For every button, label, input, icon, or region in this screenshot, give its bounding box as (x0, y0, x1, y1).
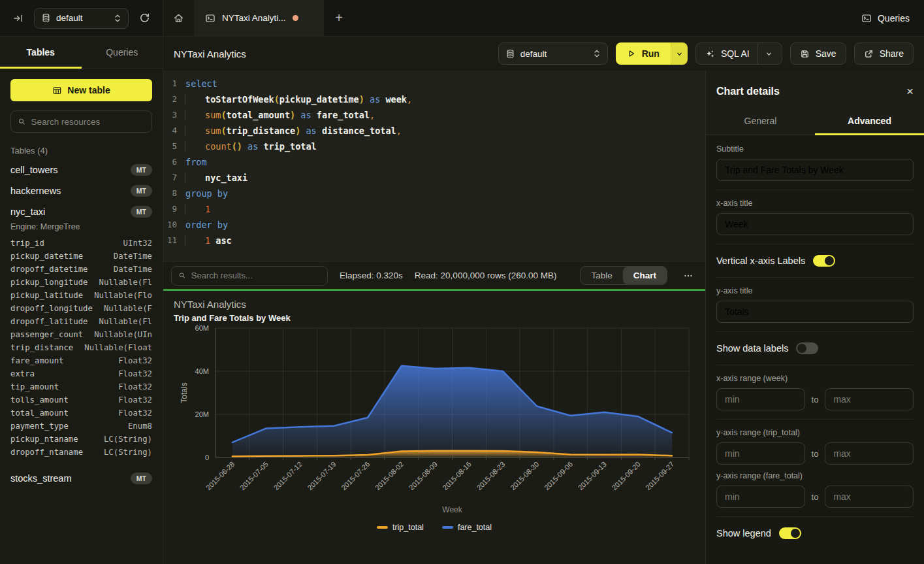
new-table-button[interactable]: New table (10, 79, 152, 101)
svg-text:2015-08-16: 2015-08-16 (441, 460, 473, 491)
engine-info: Engine: MergeTree (0, 222, 163, 235)
sql-editor[interactable]: 1select2toStartOfWeek(pickup_datetime) a… (163, 71, 705, 261)
tab-nytaxi-analytics[interactable]: NYTaxi Analyti... (195, 0, 324, 36)
column-row: payment_typeEnum8 (10, 420, 152, 433)
column-row: fare_amountFloat32 (10, 354, 152, 367)
sidebar-item-hackernews[interactable]: hackernews MT (0, 180, 163, 201)
tables-count-header: Tables (4) (10, 146, 152, 156)
editor-line[interactable]: 111 asc (163, 233, 705, 248)
xaxis-range-label: x-axis range (week) (716, 374, 914, 383)
chart-details-panel: Chart details × General Advanced Subtitl… (705, 71, 924, 564)
share-icon (864, 49, 874, 59)
refresh-button[interactable] (135, 9, 153, 27)
svg-text:60M: 60M (195, 324, 209, 332)
collapse-sidebar-icon (13, 13, 24, 24)
sidebar-search-input[interactable] (31, 117, 145, 127)
share-button[interactable]: Share (854, 42, 914, 65)
database-selector-toolbar[interactable]: default (498, 42, 608, 65)
xaxis-range-max-input[interactable] (825, 388, 914, 410)
queries-button-label: Queries (878, 13, 910, 24)
new-tab-button[interactable]: + (324, 0, 354, 36)
queries-terminal-icon (861, 13, 872, 24)
sort-chevrons-icon (114, 14, 121, 23)
editor-line[interactable]: 6from (163, 154, 705, 170)
xaxis-range-min-input[interactable] (716, 388, 805, 410)
yaxis-title-input[interactable] (716, 301, 914, 323)
run-button-group: Run (616, 42, 688, 65)
sidebar-tab-tables[interactable]: Tables (0, 37, 82, 68)
database-icon (41, 13, 51, 23)
yaxis-range-fare-max-input[interactable] (825, 486, 914, 508)
view-table-button[interactable]: Table (581, 267, 622, 284)
sidebar-item-nyc-taxi[interactable]: nyc_taxi MT (0, 201, 163, 222)
search-icon (18, 117, 26, 126)
panel-tabs: General Advanced (706, 107, 924, 135)
editor-line[interactable]: 7nyc_taxi (163, 170, 705, 186)
run-button[interactable]: Run (616, 42, 671, 65)
sql-ai-options-button[interactable] (757, 43, 773, 64)
read-stat: Read: 20,000,000 rows (260.00 MB) (415, 271, 557, 280)
query-terminal-icon (205, 13, 215, 24)
queries-button[interactable]: Queries (861, 13, 910, 24)
results-search-input[interactable] (191, 271, 321, 280)
yaxis-range-trip-min-input[interactable] (716, 442, 805, 465)
main-column: NYTaxi Analytics default Run (163, 37, 924, 564)
vertical-labels-group: Vertical x-axis Labels (716, 253, 914, 278)
view-chart-button[interactable]: Chart (623, 267, 667, 284)
panel-header: Chart details × (706, 71, 924, 107)
close-icon[interactable]: × (906, 85, 914, 97)
more-options-button[interactable] (679, 267, 697, 285)
editor-and-results: 1select2toStartOfWeek(pickup_datetime) a… (163, 71, 705, 564)
column-row: extraFloat32 (10, 367, 152, 380)
view-switcher: Table Chart (580, 266, 667, 285)
home-tab-button[interactable] (163, 0, 195, 36)
editor-line[interactable]: 1select (163, 76, 705, 91)
range-to-label: to (812, 492, 819, 502)
svg-text:Totals: Totals (180, 382, 189, 403)
subtitle-input[interactable] (716, 159, 914, 181)
editor-line[interactable]: 8group by (163, 186, 705, 201)
svg-text:2015-07-26: 2015-07-26 (340, 460, 371, 491)
tab-general[interactable]: General (706, 107, 815, 135)
save-button[interactable]: Save (790, 42, 846, 65)
column-row: tolls_amountFloat32 (10, 393, 152, 406)
yaxis-range-trip-max-input[interactable] (825, 442, 914, 465)
legend-item-fare_total[interactable]: fare_total (442, 523, 492, 532)
column-row: trip_idUInt32 (10, 237, 152, 250)
editor-line[interactable]: 3sum(total_amount) as fare_total, (163, 107, 705, 123)
editor-line[interactable]: 91 (163, 201, 705, 217)
xaxis-range-group: x-axis range (week) to (716, 374, 914, 420)
table-name: nyc_taxi (10, 207, 45, 217)
vertical-xaxis-labels-toggle[interactable] (813, 255, 835, 267)
svg-text:2015-07-12: 2015-07-12 (272, 460, 304, 491)
editor-line[interactable]: 10order by (163, 217, 705, 233)
editor-line[interactable]: 4sum(trip_distance) as distance_total, (163, 123, 705, 139)
sidebar-item-cell-towers[interactable]: cell_towers MT (0, 159, 163, 180)
collapse-sidebar-button[interactable] (9, 9, 27, 27)
yaxis-range-fare-label: y-axis range (fare_total) (716, 471, 914, 480)
editor-line[interactable]: 2toStartOfWeek(pickup_datetime) as week, (163, 91, 705, 107)
show-legend-toggle[interactable] (779, 527, 801, 539)
sidebar-tab-queries[interactable]: Queries (82, 37, 163, 68)
sql-ai-button[interactable]: SQL AI (695, 42, 782, 65)
column-row: total_amountFloat32 (10, 406, 152, 420)
column-list: trip_idUInt32pickup_datetimeDateTimedrop… (0, 235, 163, 461)
legend-item-trip_total[interactable]: trip_total (377, 523, 424, 532)
run-options-button[interactable] (671, 42, 688, 65)
play-icon (627, 49, 636, 58)
yaxis-range-trip-group: y-axis range (trip_total) to (716, 428, 914, 467)
database-selector-topbar[interactable]: default (34, 8, 129, 29)
sidebar-tabs: Tables Queries (0, 37, 163, 69)
legend-marker (442, 526, 453, 529)
xaxis-title-input[interactable] (716, 213, 914, 235)
unsaved-changes-dot (293, 15, 298, 21)
show-data-labels-toggle[interactable] (796, 342, 818, 354)
sidebar-item-stocks-stream[interactable]: stocks_stream MT (0, 468, 163, 489)
database-icon (505, 49, 515, 59)
tab-advanced[interactable]: Advanced (815, 107, 924, 135)
editor-line[interactable]: 5count() as trip_total (163, 139, 705, 154)
engine-badge: MT (131, 164, 152, 176)
chart-legend: trip_totalfare_total (174, 523, 695, 532)
show-legend-label: Show legend (716, 528, 771, 539)
yaxis-range-fare-min-input[interactable] (716, 486, 805, 508)
